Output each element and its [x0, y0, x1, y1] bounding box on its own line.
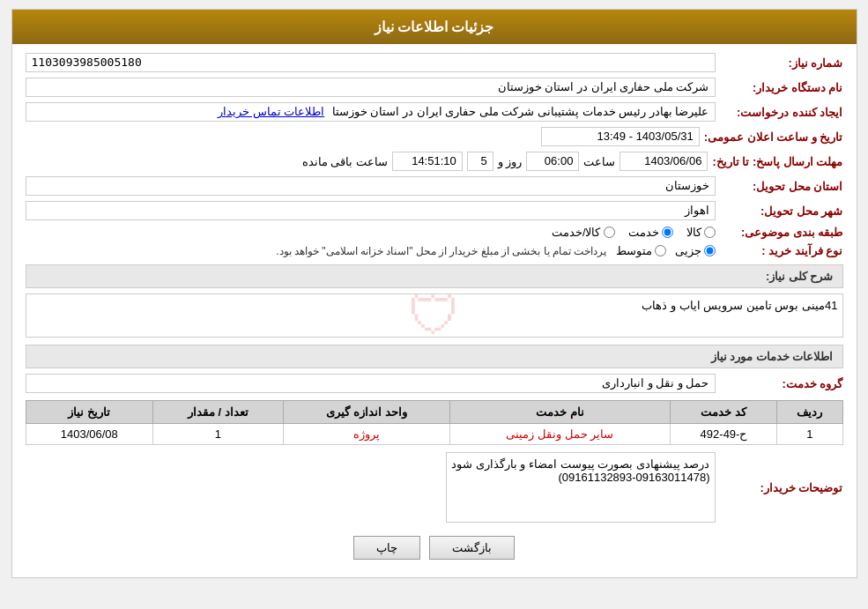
cell-unit: پروژه [283, 424, 449, 445]
city-value: اهواز [26, 201, 716, 220]
col-header-name: نام خدمت [450, 401, 671, 424]
buyer-org-label: نام دستگاه خریدار: [720, 81, 843, 94]
content-area: شماره نیاز: 1103093985005180 نام دستگاه … [12, 44, 857, 577]
creator-link[interactable]: اطلاعات تماس خریدار [218, 105, 324, 118]
footer-buttons: بازگشت چاپ [26, 536, 843, 560]
need-description-value: 41مینی بوس تامین سرویس ایاب و ذهاب [31, 299, 838, 312]
response-time: 06:00 [526, 152, 579, 171]
response-remaining-label: ساعت باقی مانده [302, 155, 388, 168]
cell-service-name: سایر حمل ونقل زمینی [450, 424, 671, 445]
request-number-row: شماره نیاز: 1103093985005180 [26, 53, 843, 72]
services-section-label: اطلاعات خدمات مورد نیاز [26, 345, 843, 368]
purchase-type-label: نوع فرآیند خرید : [720, 244, 843, 257]
need-description-section-label: شرح کلی نیاز: [26, 264, 843, 288]
category-option-kala-khedmat[interactable]: کالا/خدمت [552, 226, 615, 239]
category-radio-group: کالا خدمت کالا/خدمت [26, 226, 716, 239]
category-radio-kala[interactable] [704, 227, 716, 238]
response-remaining: 14:51:10 [392, 152, 463, 171]
buyer-org-value: شرکت ملی حفاری ایران در استان خوزستان [26, 78, 716, 97]
announce-datetime-label: تاریخ و ساعت اعلان عمومی: [704, 130, 843, 144]
cell-qty: 1 [153, 424, 284, 445]
announce-datetime-value: 1403/05/31 - 13:49 [541, 127, 700, 146]
main-container: جزئیات اطلاعات نیاز شماره نیاز: 11030939… [11, 9, 857, 578]
buyer-notes-label: توضیحات خریدار: [720, 481, 843, 494]
response-deadline-label: مهلت ارسال پاسخ: تا تاریخ: [712, 155, 842, 168]
table-header-row: ردیف کد خدمت نام خدمت واحد اندازه گیری ت… [26, 401, 842, 424]
buyer-org-row: نام دستگاه خریدار: شرکت ملی حفاری ایران … [26, 78, 843, 97]
buyer-notes-row: توضیحات خریدار: درصد پیشنهادی بصورت پیوس… [26, 452, 843, 523]
buyer-notes-value: درصد پیشنهادی بصورت پیوست امضاء و بارگذا… [446, 452, 715, 523]
need-description-box: 🛡 41مینی بوس تامین سرویس ایاب و ذهاب [26, 293, 843, 338]
category-option-kala[interactable]: کالا [686, 226, 716, 239]
response-time-label: ساعت [583, 155, 615, 168]
creator-row: ایجاد کننده درخواست: علیرضا بهادر رئیس خ… [26, 102, 843, 122]
category-label-khedmat: خدمت [628, 226, 659, 239]
category-row: طبقه بندی موضوعی: کالا خدمت کالا/خدمت [26, 226, 843, 239]
response-days-label: روز و [498, 155, 523, 168]
city-label: شهر محل تحویل: [720, 204, 843, 218]
request-number-label: شماره نیاز: [720, 56, 843, 70]
service-group-value: حمل و نقل و انبارداری [26, 374, 716, 393]
service-group-label: گروه خدمت: [720, 377, 843, 390]
cell-code: ح-49-492 [670, 424, 777, 445]
table-row: 1 ح-49-492 سایر حمل ونقل زمینی پروژه 1 1… [26, 424, 842, 445]
buyer-notes-text: درصد پیشنهادی بصورت پیوست امضاء و بارگذا… [451, 457, 709, 484]
col-header-date: تاریخ نیاز [26, 401, 153, 424]
city-row: شهر محل تحویل: اهواز [26, 201, 843, 220]
col-header-unit: واحد اندازه گیری [283, 401, 449, 424]
col-header-rownum: ردیف [777, 401, 842, 424]
announce-datetime-row: تاریخ و ساعت اعلان عمومی: 1403/05/31 - 1… [26, 127, 843, 146]
back-button[interactable]: بازگشت [429, 536, 515, 560]
purchase-type-motavaset[interactable]: متوسط [616, 244, 666, 257]
category-radio-kala-khedmat[interactable] [604, 227, 615, 238]
request-number-value: 1103093985005180 [26, 53, 716, 72]
purchase-type-radio-jozii[interactable] [704, 245, 716, 256]
col-header-qty: تعداد / مقدار [153, 401, 284, 424]
province-row: استان محل تحویل: خوزستان [26, 176, 843, 196]
response-date: 1403/06/06 [619, 152, 708, 171]
category-label: طبقه بندی موضوعی: [720, 226, 843, 239]
category-label-kala-khedmat: کالا/خدمت [552, 226, 601, 239]
creator-label: ایجاد کننده درخواست: [720, 106, 843, 119]
page-title: جزئیات اطلاعات نیاز [12, 10, 857, 44]
creator-value: علیرضا بهادر رئیس خدمات پشتیبانی شرکت مل… [26, 102, 716, 122]
category-label-kala: کالا [686, 226, 701, 239]
purchase-type-label-jozii: جزیی [675, 244, 701, 257]
category-option-khedmat[interactable]: خدمت [628, 226, 673, 239]
response-deadline-row: مهلت ارسال پاسخ: تا تاریخ: 1403/06/06 سا… [26, 152, 843, 171]
print-button[interactable]: چاپ [353, 536, 420, 560]
purchase-type-row: نوع فرآیند خرید : جزیی متوسط پرداخت تمام… [26, 244, 843, 257]
creator-text: علیرضا بهادر رئیس خدمات پشتیبانی شرکت مل… [332, 105, 709, 118]
purchase-type-options: جزیی متوسط پرداخت تمام یا بخشی از مبلغ خ… [26, 244, 716, 257]
purchase-type-note: پرداخت تمام یا بخشی از مبلغ خریدار از مح… [276, 245, 606, 257]
purchase-type-label-motavaset: متوسط [616, 244, 652, 257]
province-value: خوزستان [26, 176, 716, 196]
province-label: استان محل تحویل: [720, 180, 843, 193]
services-table: ردیف کد خدمت نام خدمت واحد اندازه گیری ت… [26, 400, 843, 445]
col-header-code: کد خدمت [670, 401, 777, 424]
shield-watermark: 🛡 [408, 286, 461, 346]
response-days: 5 [467, 152, 493, 171]
cell-date: 1403/06/08 [26, 424, 153, 445]
cell-rownum: 1 [777, 424, 842, 445]
category-radio-khedmat[interactable] [662, 227, 673, 238]
service-group-row: گروه خدمت: حمل و نقل و انبارداری [26, 374, 843, 393]
purchase-type-jozii[interactable]: جزیی [675, 244, 716, 257]
purchase-type-radio-motavaset[interactable] [655, 245, 666, 256]
